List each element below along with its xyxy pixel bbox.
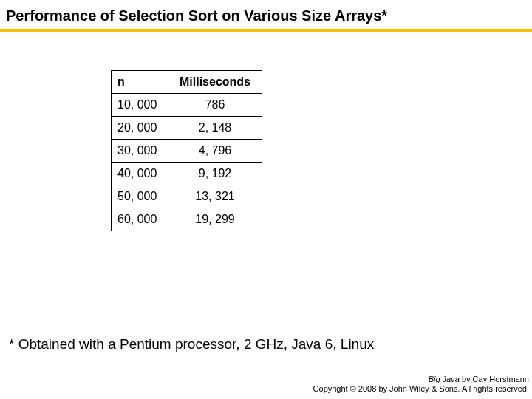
table-header-ms: Milliseconds — [168, 71, 262, 94]
cell-n: 10, 000 — [112, 94, 168, 117]
cell-ms: 9, 192 — [168, 163, 262, 185]
credit-line-2: Copyright © 2008 by John Wiley & Sons. A… — [313, 384, 529, 395]
cell-n: 60, 000 — [112, 208, 168, 231]
cell-ms: 786 — [168, 94, 262, 117]
footnote: * Obtained with a Pentium processor, 2 G… — [9, 336, 374, 352]
slide-title: Performance of Selection Sort on Various… — [0, 0, 532, 29]
cell-ms: 4, 796 — [168, 140, 262, 163]
cell-n: 50, 000 — [112, 185, 168, 208]
table-row: 50, 000 13, 321 — [112, 185, 262, 208]
cell-ms: 13, 321 — [168, 185, 262, 208]
table-row: 40, 000 9, 192 — [112, 163, 262, 185]
table-header-row: n Milliseconds — [112, 71, 262, 94]
data-table-wrap: n Milliseconds 10, 000 786 20, 000 2, 14… — [111, 70, 262, 231]
slide: Performance of Selection Sort on Various… — [0, 0, 532, 399]
credit-block: Big Java by Cay Horstmann Copyright © 20… — [313, 375, 529, 395]
credit-line-1: Big Java by Cay Horstmann — [313, 375, 529, 385]
cell-n: 40, 000 — [112, 163, 168, 185]
table-row: 10, 000 786 — [112, 94, 262, 117]
cell-n: 20, 000 — [112, 117, 168, 140]
data-table: n Milliseconds 10, 000 786 20, 000 2, 14… — [111, 70, 262, 231]
title-underline — [0, 29, 532, 32]
cell-n: 30, 000 — [112, 140, 168, 163]
cell-ms: 2, 148 — [168, 117, 262, 140]
table-row: 60, 000 19, 299 — [112, 208, 262, 231]
author: by Cay Horstmann — [460, 375, 529, 383]
table-row: 20, 000 2, 148 — [112, 117, 262, 140]
cell-ms: 19, 299 — [168, 208, 262, 231]
book-title: Big Java — [429, 375, 460, 383]
table-header-n: n — [112, 71, 168, 94]
table-row: 30, 000 4, 796 — [112, 140, 262, 163]
